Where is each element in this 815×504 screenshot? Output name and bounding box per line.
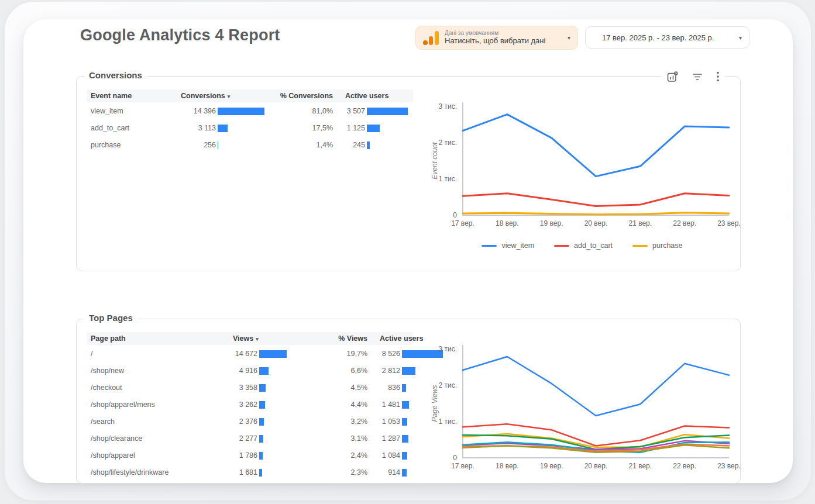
percent-value: 19,7% — [293, 350, 367, 358]
value-bar — [367, 108, 408, 115]
x-axis-tick-label: 23 вер. — [717, 219, 741, 227]
chart-type-icon[interactable] — [667, 71, 678, 82]
y-axis-tick-label: 0 — [453, 454, 457, 462]
top-pages-panel-title: Top Pages — [84, 313, 137, 323]
x-axis-tick-label: 21 вер. — [629, 462, 652, 470]
metric-bar-cell — [257, 400, 293, 408]
column-header-Conversions[interactable]: Conversions▾ — [181, 92, 267, 100]
value-bar — [402, 469, 407, 477]
row-label: /shop/apparel — [87, 451, 228, 460]
series-line-purchase — [463, 213, 729, 215]
y-axis-tick-label: 2 тис. — [438, 139, 457, 147]
row-label: /shop/lifestyle/drinkware — [87, 468, 228, 477]
row-label: /checkout — [87, 384, 228, 392]
y-axis-tick-label: 1 тис. — [438, 175, 457, 183]
column-header-Event name[interactable]: Event name — [87, 92, 185, 100]
value-bar — [259, 452, 263, 460]
y-axis-title: Event count — [431, 142, 439, 179]
x-axis-tick-label: 20 вер. — [584, 219, 608, 227]
value-bar — [259, 367, 269, 375]
data-source-labels: Дані за умовчанням Натисніть, щоб вибрат… — [445, 30, 545, 45]
value-bar — [402, 418, 407, 426]
x-axis-tick-label: 18 вер. — [496, 219, 519, 227]
legend-item[interactable]: purchase — [632, 241, 682, 250]
report-canvas: Google Analytics 4 Report Дані за умовча… — [23, 19, 793, 483]
data-source-control[interactable]: Дані за умовчанням Натисніть, щоб вибрат… — [415, 26, 578, 50]
users-bar-cell — [365, 123, 413, 132]
value-bar — [367, 141, 370, 149]
users-value: 3 507 — [333, 107, 365, 115]
column-header-Page path[interactable]: Page path — [87, 334, 228, 343]
y-axis-tick-label: 0 — [453, 211, 457, 219]
x-axis-tick-label: 22 вер. — [673, 462, 696, 470]
x-axis-tick-label: 18 вер. — [496, 462, 519, 470]
table-row: purchase2561,4%245 — [87, 136, 413, 153]
legend-item[interactable]: view_item — [482, 241, 534, 250]
column-header-% Conversions[interactable]: % Conversions — [267, 92, 333, 100]
metric-value: 2 277 — [228, 434, 257, 443]
users-bar-cell — [365, 106, 413, 115]
users-value: 1 287 — [367, 434, 400, 443]
x-axis-tick-label: 23 вер. — [717, 462, 741, 470]
column-header-Active users[interactable]: Active users — [367, 334, 448, 343]
top-pages-table: Page pathViews▾% ViewsActive users/14 67… — [87, 332, 413, 481]
y-axis-tick-label: 3 тис. — [438, 345, 457, 353]
column-header-Active users[interactable]: Active users — [333, 92, 413, 100]
percent-value: 3,2% — [293, 417, 367, 426]
metric-value: 256 — [185, 141, 216, 149]
metric-value: 4 916 — [228, 367, 257, 375]
metric-value: 2 376 — [228, 417, 257, 426]
x-axis-tick-label: 19 вер. — [540, 219, 563, 227]
x-axis-tick-label: 22 вер. — [673, 219, 696, 227]
chart-toolbar — [661, 70, 725, 84]
table-header-row: Page pathViews▾% ViewsActive users — [87, 332, 413, 345]
metric-bar-cell — [257, 366, 293, 374]
y-axis-tick-label: 2 тис. — [438, 381, 457, 389]
x-axis-tick-label: 21 вер. — [629, 219, 652, 227]
x-axis-tick-label: 17 вер. — [451, 462, 474, 470]
value-bar — [218, 125, 228, 132]
value-bar — [259, 418, 264, 426]
y-axis-tick-label: 1 тис. — [438, 417, 457, 426]
chevron-down-icon: ▾ — [739, 34, 742, 41]
metric-bar-cell — [257, 417, 293, 425]
users-value: 8 526 — [367, 350, 400, 358]
percent-value: 3,1% — [293, 434, 367, 443]
legend-item[interactable]: add_to_cart — [554, 241, 613, 250]
metric-bar-cell — [216, 106, 267, 115]
legend-label: add_to_cart — [574, 241, 613, 250]
column-header-Views[interactable]: Views▾ — [228, 334, 293, 343]
metric-value: 14 672 — [228, 350, 257, 358]
x-axis-tick-label: 20 вер. — [584, 462, 608, 470]
metric-value: 14 396 — [185, 107, 216, 115]
users-value: 245 — [333, 141, 365, 149]
metric-bar-cell — [257, 434, 293, 442]
value-bar — [218, 141, 218, 149]
conversions-chart: 01 тис.2 тис.3 тис.Event count17 вер.18 … — [428, 100, 737, 229]
date-range-control[interactable]: 17 вер. 2025 р. - 23 вер. 2025 р. ▾ — [585, 26, 749, 49]
metric-bar-cell — [257, 383, 293, 391]
app-window: Google Analytics 4 Report Дані за умовча… — [5, 2, 811, 500]
conversions-panel-title: Conversions — [84, 70, 147, 80]
kebab-menu-icon[interactable] — [717, 71, 719, 82]
filter-icon[interactable] — [692, 73, 703, 81]
x-axis-tick-label: 19 вер. — [540, 462, 563, 470]
table-row: /14 67219,7%8 526 — [87, 345, 413, 362]
metric-value: 3 358 — [228, 384, 257, 392]
users-value: 2 812 — [367, 367, 400, 375]
sort-descending-icon: ▾ — [228, 94, 231, 99]
percent-value: 1,4% — [267, 141, 333, 149]
row-label: view_item — [87, 107, 185, 115]
value-bar — [402, 367, 415, 375]
conversions-chart-legend: view_itemadd_to_cartpurchase — [428, 240, 737, 251]
users-value: 1 481 — [367, 401, 400, 409]
percent-value: 17,5% — [267, 124, 333, 132]
table-row: /shop/apparel/mens3 2624,4%1 481 — [87, 396, 413, 413]
legend-label: purchase — [652, 241, 682, 250]
y-axis-title: Page Views — [431, 385, 439, 422]
value-bar — [259, 384, 266, 392]
google-analytics-icon — [423, 31, 439, 45]
column-header-% Views[interactable]: % Views — [293, 334, 367, 343]
legend-swatch — [632, 245, 648, 247]
percent-value: 2,3% — [293, 468, 367, 477]
